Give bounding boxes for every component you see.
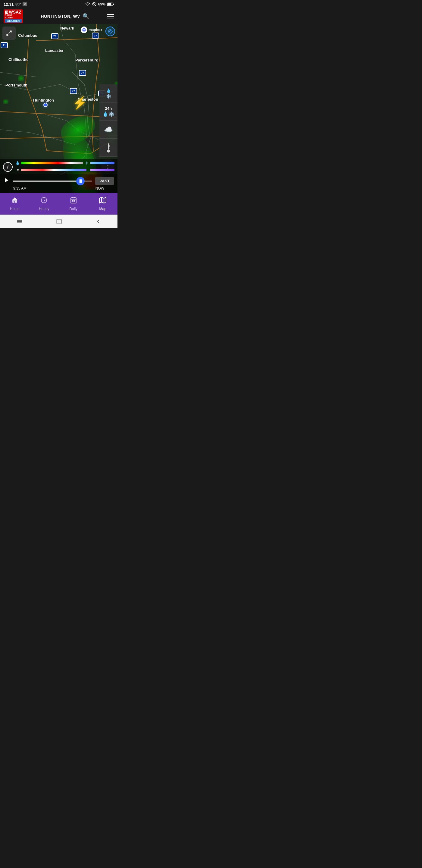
nav-hourly[interactable]: Hourly: [30, 193, 59, 215]
map-label: Map: [99, 207, 106, 211]
interstate-70: 70: [51, 33, 59, 39]
interstate-71: 71: [1, 42, 8, 48]
expand-button[interactable]: [2, 27, 16, 40]
radar-blob-small-1: [18, 75, 24, 82]
info-button[interactable]: i: [3, 162, 13, 172]
snow-gradient: [21, 169, 87, 171]
svg-point-26: [108, 30, 112, 33]
svg-rect-3: [107, 3, 111, 5]
timeline-progress: [13, 181, 80, 182]
mapbox-icon: [81, 27, 87, 33]
home-label: Home: [10, 207, 20, 211]
nav-map[interactable]: Map: [88, 193, 118, 215]
precip-layer-button[interactable]: 💧 ❄️: [99, 84, 118, 102]
mapbox-logo: mapbox: [81, 27, 102, 33]
svg-rect-47: [74, 200, 75, 201]
no-disturb-icon: [92, 2, 96, 6]
status-left: 12:31 85° ✕: [4, 2, 27, 7]
info-label: i: [7, 164, 8, 170]
nav-home[interactable]: Home: [0, 193, 30, 215]
legend-gradients: 💧 ✳ ·❄ ·: [15, 161, 115, 173]
home-system-button[interactable]: [56, 218, 62, 224]
daily-icon: [70, 196, 77, 206]
start-time: 9:35 AM: [13, 186, 27, 190]
status-right: 69%: [85, 2, 114, 6]
svg-line-5: [36, 38, 118, 41]
interstate-77-ne: 77: [92, 33, 99, 38]
snow-icon: ·❄: [15, 168, 20, 172]
timeline-track[interactable]: [13, 181, 92, 182]
logo-num: 3: [5, 10, 8, 14]
app-logo: 3 WSAZ FIRST ALERT WEATHER: [4, 9, 23, 23]
map-controls-panel: 💧 ❄️ 24h 💧❄️ ☁️: [99, 84, 118, 157]
legend-row-snow: ·❄ ·: [15, 167, 115, 173]
system-nav: [0, 215, 118, 228]
battery-level: 69%: [98, 2, 105, 6]
svg-line-6: [26, 39, 29, 84]
top-nav: 3 WSAZ FIRST ALERT WEATHER HUNTINGTON, W…: [0, 8, 118, 24]
rain-icon: 💧: [15, 161, 20, 165]
logo-weather: WEATHER: [5, 19, 22, 23]
nav-location[interactable]: HUNTINGTON, WV 🔍: [41, 13, 90, 20]
logo-wsaz-text: WSAZ: [9, 10, 21, 14]
cloud-layer-button[interactable]: ☁️: [99, 121, 118, 138]
hourly-icon: [40, 196, 47, 206]
playback-controls: PAST: [4, 177, 114, 185]
interstate-77-south: 77: [70, 88, 77, 94]
battery-icon: [107, 2, 114, 6]
back-button[interactable]: [96, 219, 101, 224]
mix-gradient: [90, 169, 115, 171]
svg-line-11: [93, 79, 96, 108]
snow-asterisk: ✳: [84, 161, 89, 165]
close-icon[interactable]: ✕: [23, 2, 27, 6]
logo-wsaz: 3 WSAZ: [5, 10, 21, 14]
svg-rect-4: [113, 4, 114, 5]
past-button[interactable]: PAST: [95, 177, 114, 185]
home-icon: [11, 196, 19, 206]
bottom-nav: Home Hourly Daily: [0, 193, 118, 215]
status-time: 12:31: [4, 2, 13, 7]
daily-label: Daily: [69, 207, 77, 211]
svg-marker-48: [99, 197, 106, 203]
location-target-button[interactable]: [105, 27, 115, 36]
recent-apps-button[interactable]: [17, 219, 23, 224]
dot-icon: ·: [88, 167, 89, 173]
svg-rect-46: [72, 200, 73, 201]
legend-bar: i 💧 ✳ ·❄ ·: [0, 159, 118, 175]
svg-point-25: [109, 30, 111, 32]
svg-rect-31: [108, 143, 109, 150]
svg-marker-39: [5, 178, 8, 183]
status-bar: 12:31 85° ✕ 69%: [0, 0, 118, 8]
lightning-icon: ⚡: [72, 96, 87, 110]
wifi-icon: [85, 2, 90, 6]
timeline-thumb[interactable]: [76, 177, 85, 185]
interstate-77-mid: 77: [79, 70, 86, 76]
svg-line-10: [96, 60, 99, 79]
nav-daily[interactable]: Daily: [59, 193, 88, 215]
hourly-label: Hourly: [39, 207, 50, 211]
temperature-layer-button[interactable]: [99, 138, 118, 157]
playback-times: 9:35 AM NOW: [4, 186, 114, 190]
svg-line-8: [42, 130, 47, 151]
mapbox-label: mapbox: [89, 28, 102, 32]
svg-line-1: [93, 3, 96, 5]
status-temp: 85°: [15, 2, 21, 6]
legend-row-rain: 💧 ✳: [15, 161, 115, 165]
location-dot: [43, 103, 47, 107]
rain-gradient: [21, 162, 83, 164]
search-icon[interactable]: 🔍: [83, 13, 90, 20]
svg-line-7: [26, 84, 42, 130]
thumb-lines: [79, 179, 82, 183]
map-icon: [99, 196, 106, 206]
logo-firstalert: FIRST ALERT: [5, 14, 22, 19]
playback-bar: PAST 9:35 AM NOW: [0, 175, 118, 193]
map-container[interactable]: Newark Columbus Lancaster Chillicothe Pa…: [0, 24, 118, 193]
menu-icon[interactable]: [107, 14, 114, 19]
svg-marker-40: [12, 197, 18, 202]
ice-gradient: [90, 162, 115, 164]
24h-layer-button[interactable]: 24h 💧❄️: [99, 102, 118, 121]
svg-point-32: [107, 150, 110, 153]
radar-blob-small-3: [3, 99, 8, 104]
logo-container[interactable]: 3 WSAZ FIRST ALERT WEATHER: [4, 9, 23, 23]
play-button[interactable]: [4, 177, 10, 185]
